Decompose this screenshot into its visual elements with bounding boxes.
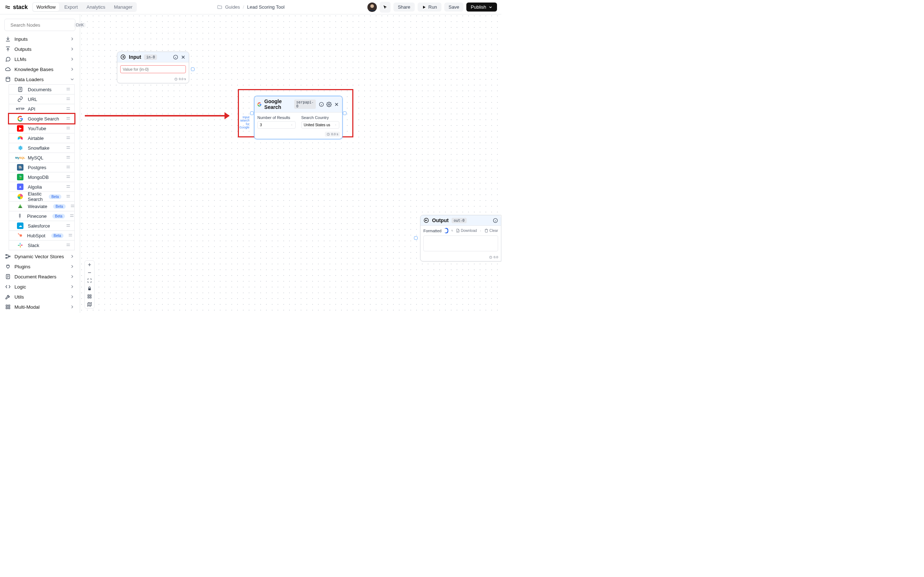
drag-handle-icon[interactable] [66,126,71,132]
share-button[interactable]: Share [393,3,415,11]
sidebar-item-url[interactable]: URL [9,94,75,104]
close-icon[interactable] [181,55,186,60]
drag-handle-icon[interactable] [66,193,71,200]
drag-handle-icon[interactable] [66,145,71,151]
tab-analytics[interactable]: Analytics [83,3,109,11]
run-button[interactable]: Run [418,3,441,11]
info-icon[interactable] [173,55,178,60]
input-handle[interactable] [414,236,418,240]
search-input[interactable] [10,23,71,28]
download-button[interactable]: Download [456,229,477,233]
sidebar-item-pinecone[interactable]: Pinecone Beta [9,211,75,221]
tab-export[interactable]: Export [61,3,82,11]
sidebar-item-label: Elastic Search [28,191,43,202]
copy-icon[interactable] [451,228,453,233]
sidebar-item-airtable[interactable]: Airtable [9,133,75,143]
sidebar-item-postgres[interactable]: 🐘 Postgres [9,162,75,172]
sidebar-group-multi-modal[interactable]: Multi-Modal [0,302,80,312]
search-nodes-box[interactable]: CtrlK [4,19,76,31]
drag-handle-icon[interactable] [66,96,71,102]
save-button[interactable]: Save [444,3,464,11]
chevron-right-icon [69,254,75,259]
node-time: 0.0 s [331,132,338,136]
input-handle[interactable] [250,111,254,115]
search-country-select[interactable]: United States us [301,121,340,129]
sidebar-item-google-search[interactable]: Google Search [9,114,75,124]
sidebar-item-slack[interactable]: Slack [9,240,75,250]
lock-button[interactable] [85,285,94,292]
map-button[interactable] [85,300,94,308]
drag-handle-icon[interactable] [69,213,74,219]
app-logo[interactable]: stack [4,4,28,10]
drag-handle-icon[interactable] [66,135,71,141]
gear-icon[interactable] [326,102,332,107]
chevron-right-icon [69,36,75,42]
google-icon [17,115,23,122]
drag-handle-icon[interactable] [70,203,75,210]
publish-button[interactable]: Publish [466,3,497,11]
info-icon[interactable] [319,102,324,107]
nav-tabs: Workflow Export Analytics Manager [32,2,137,12]
drag-handle-icon[interactable] [66,116,71,122]
sidebar-item-snowflake[interactable]: ❄ Snowflake [9,143,75,153]
avatar[interactable] [367,3,377,12]
svg-rect-12 [6,255,7,256]
num-results-select[interactable]: 3 [257,121,296,129]
sidebar-item-mongodb[interactable]: 🍃 MongoDB [9,172,75,182]
drag-handle-icon[interactable] [66,164,71,171]
zoom-out-button[interactable] [85,269,94,277]
more-icon[interactable] [480,229,481,233]
beta-badge: Beta [51,233,64,238]
node-input[interactable]: Input in-0 0.0 s [117,52,189,83]
sidebar-group-llms[interactable]: LLMs [0,54,80,64]
output-textarea[interactable] [423,235,498,251]
slack-icon [17,242,23,248]
formatted-toggle[interactable] [444,228,448,233]
drag-handle-icon[interactable] [66,184,71,190]
node-output[interactable]: Output out-0 Formatted Download Clear 0.… [420,215,501,261]
fit-view-button[interactable] [85,277,94,285]
input-value-field[interactable] [120,65,186,73]
node-google-search[interactable]: Google Search serpapi-0 Number of Result… [254,96,342,139]
drag-handle-icon[interactable] [66,106,71,112]
drag-handle-icon[interactable] [66,242,71,248]
workflow-canvas[interactable]: Input in-0 0.0 s Google Search serpapi-0 [80,15,501,313]
sidebar-item-elastic-search[interactable]: Elastic Search Beta [9,192,75,201]
sidebar-group-outputs[interactable]: Outputs [0,44,80,54]
drag-handle-icon[interactable] [66,223,71,229]
sidebar-group-data-loaders[interactable]: Data Loaders [0,74,80,84]
sidebar-item-youtube[interactable]: ▶ YouTube [9,123,75,134]
clear-button[interactable]: Clear [485,229,498,233]
sidebar-group-dynamic-vector-stores[interactable]: Dynamic Vector Stores [0,251,80,261]
tab-workflow[interactable]: Workflow [33,3,59,11]
close-icon[interactable] [334,102,339,107]
breadcrumb-folder[interactable]: Guides [225,4,240,10]
sidebar-group-inputs[interactable]: Inputs [0,34,80,44]
output-handle[interactable] [343,111,347,115]
grid-button[interactable] [85,292,94,300]
drag-handle-icon[interactable] [66,174,71,180]
tab-manager[interactable]: Manager [110,3,136,11]
drag-handle-icon[interactable] [66,155,71,161]
cursor-tool-button[interactable] [380,2,391,13]
sidebar-group-plugins[interactable]: Plugins [0,261,80,272]
sidebar-item-weaviate[interactable]: Weaviate Beta [9,201,75,211]
sidebar-item-mysql[interactable]: MySQL MySQL [9,153,75,163]
output-handle[interactable] [191,68,195,71]
breadcrumb-current[interactable]: Lead Scoring Tool [247,4,284,10]
sidebar-item-hubspot[interactable]: HubSpot Beta [9,230,75,240]
sidebar-group-logic[interactable]: Logic [0,282,80,292]
sidebar-group-document-readers[interactable]: Document Readers [0,272,80,282]
sidebar-group-knowledge-bases[interactable]: Knowledge Bases [0,64,80,74]
drag-handle-icon[interactable] [66,87,71,93]
top-right-actions: Share Run Save Publish [367,2,497,13]
drag-handle-icon[interactable] [68,233,73,239]
sidebar-item-documents[interactable]: Documents [9,84,75,95]
zoom-in-button[interactable] [85,261,94,269]
sidebar-item-algolia[interactable]: a Algolia [9,182,75,192]
info-icon[interactable] [493,218,498,223]
svg-rect-18 [6,307,8,309]
sidebar-group-utils[interactable]: Utils [0,292,80,302]
sidebar-item-salesforce[interactable]: ☁ Salesforce [9,221,75,231]
sidebar-item-api[interactable]: HTTP API [9,104,75,114]
